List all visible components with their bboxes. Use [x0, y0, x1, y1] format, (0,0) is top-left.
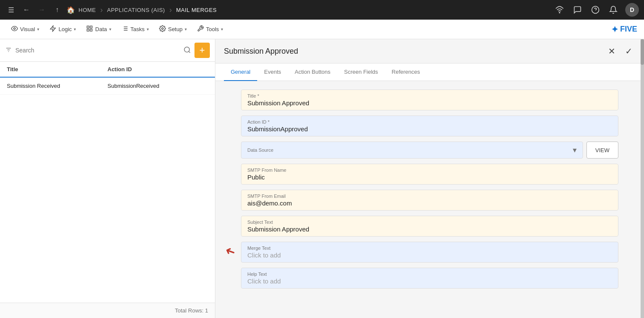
tab-general[interactable]: General — [224, 64, 257, 81]
nav-data-label: Data — [95, 26, 107, 32]
nav-tasks-label: Tasks — [131, 26, 145, 32]
subject-text-field-group: Subject Text Submission Approved — [241, 216, 618, 237]
back-icon[interactable]: ← — [20, 4, 32, 16]
search-icon[interactable] — [183, 46, 191, 55]
help-text-value: Click to add — [247, 278, 612, 285]
visual-arrow: ▾ — [37, 27, 39, 32]
smtp-email-field-group: SMTP From Email ais@demo.com — [241, 190, 618, 211]
search-input[interactable] — [15, 47, 180, 54]
save-button[interactable]: ✓ — [622, 44, 635, 58]
table-header: Title Action ID — [0, 62, 215, 78]
nav-logic[interactable]: Logic ▾ — [45, 23, 80, 36]
svg-line-20 — [189, 51, 190, 52]
main-layout: + Title Action ID Submission Received Su… — [0, 39, 644, 318]
logic-arrow: ▾ — [74, 27, 76, 32]
action-id-field-group: Action ID * SubmissionApproved — [241, 116, 618, 136]
title-field[interactable]: Title * Submission Approved — [241, 90, 618, 110]
tab-screen-fields[interactable]: Screen Fields — [337, 64, 385, 81]
action-id-label: Action ID * — [247, 119, 612, 124]
breadcrumb-current[interactable]: MAIL MERGES — [176, 7, 217, 13]
table-footer: Total Rows: 1 — [0, 303, 215, 318]
tab-references[interactable]: References — [385, 64, 426, 81]
svg-rect-5 — [87, 26, 89, 28]
search-bar: + — [0, 39, 215, 62]
tab-action-buttons[interactable]: Action Buttons — [288, 64, 337, 81]
smtp-name-field[interactable]: SMTP From Name Public — [241, 164, 618, 185]
separator-1: › — [100, 6, 103, 14]
filter-icon — [5, 46, 12, 55]
home-icon: 🏠 — [67, 6, 75, 14]
svg-point-15 — [162, 28, 163, 29]
smtp-name-label: SMTP From Name — [247, 168, 612, 173]
subject-text-field[interactable]: Subject Text Submission Approved — [241, 216, 618, 237]
help-text-field[interactable]: Help Text Click to add — [241, 268, 618, 289]
smtp-email-label: SMTP From Email — [247, 194, 612, 199]
svg-rect-6 — [90, 26, 93, 28]
form-title: Submission Approved — [224, 47, 605, 56]
svg-marker-4 — [50, 26, 55, 31]
tasks-icon — [122, 25, 128, 34]
right-panel: Submission Approved ✕ ✓ General Events A… — [215, 39, 644, 318]
up-icon[interactable]: ↑ — [51, 4, 63, 16]
total-rows-label: Total Rows: 1 — [175, 307, 208, 314]
setup-arrow: ▾ — [185, 27, 187, 32]
nav-data[interactable]: Data ▾ — [82, 23, 115, 36]
red-arrow-icon: ➜ — [223, 243, 238, 260]
tabs-bar: General Events Action Buttons Screen Fie… — [215, 64, 644, 81]
data-source-row: Data Source ▾ VIEW — [241, 142, 618, 159]
breadcrumb-home[interactable]: HOME — [78, 7, 96, 13]
forward-icon[interactable]: → — [36, 4, 48, 16]
subject-text-value: Submission Approved — [247, 225, 612, 233]
cell-action-id: SubmissionReceived — [107, 83, 208, 89]
separator-2: › — [169, 6, 172, 14]
left-panel: + Title Action ID Submission Received Su… — [0, 39, 215, 318]
form-header: Submission Approved ✕ ✓ — [215, 39, 644, 64]
smtp-name-value: Public — [247, 173, 612, 181]
merge-text-container: ➜ Merge Text Click to add — [241, 242, 618, 263]
tools-arrow: ▾ — [221, 27, 223, 32]
nav-visual[interactable]: Visual ▾ — [7, 23, 44, 36]
data-source-label: Data Source — [247, 147, 273, 153]
nav-tasks[interactable]: Tasks ▾ — [117, 23, 153, 36]
wifi-icon[interactable] — [554, 4, 566, 16]
nav-logic-label: Logic — [58, 26, 72, 32]
svg-rect-8 — [87, 29, 89, 31]
add-button[interactable]: + — [194, 43, 210, 58]
chat-icon[interactable] — [571, 4, 583, 16]
view-button[interactable]: VIEW — [586, 142, 618, 159]
form-header-actions: ✕ ✓ — [605, 44, 635, 58]
five-logo-text: FIVE — [620, 25, 637, 34]
nav-setup[interactable]: Setup ▾ — [155, 23, 191, 36]
menu-icon[interactable]: ☰ — [5, 4, 17, 16]
data-arrow: ▾ — [109, 27, 111, 32]
merge-text-label: Merge Text — [247, 246, 612, 251]
second-nav: Visual ▾ Logic ▾ Data ▾ Tasks ▾ Setup ▾ … — [0, 20, 644, 39]
action-id-field[interactable]: Action ID * SubmissionApproved — [241, 116, 618, 136]
title-field-group: Title * Submission Approved — [241, 90, 618, 110]
svg-point-3 — [14, 28, 15, 29]
data-source-field[interactable]: Data Source ▾ — [241, 142, 583, 159]
breadcrumb-apps[interactable]: APPLICATIONS (AIS) — [107, 7, 165, 13]
data-icon — [86, 25, 93, 34]
merge-text-field[interactable]: Merge Text Click to add — [241, 242, 618, 263]
svg-point-0 — [559, 12, 560, 13]
five-logo: ✦ FIVE — [611, 24, 637, 35]
col-action-header: Action ID — [107, 66, 208, 72]
avatar[interactable]: D — [625, 3, 639, 17]
table-row[interactable]: Submission Received SubmissionReceived — [0, 78, 215, 95]
smtp-email-value: ais@demo.com — [247, 199, 612, 207]
bell-icon[interactable] — [607, 4, 619, 16]
tab-events[interactable]: Events — [257, 64, 288, 81]
form-content: Title * Submission Approved Action ID * … — [215, 81, 644, 318]
nav-tools[interactable]: Tools ▾ — [193, 23, 227, 36]
nav-tools-label: Tools — [206, 26, 219, 32]
merge-text-value: Click to add — [247, 252, 612, 259]
smtp-name-field-group: SMTP From Name Public — [241, 164, 618, 185]
help-icon[interactable] — [589, 4, 601, 16]
help-text-label: Help Text — [247, 272, 612, 277]
five-logo-icon: ✦ — [611, 24, 618, 35]
col-title-header: Title — [7, 66, 107, 72]
close-button[interactable]: ✕ — [605, 44, 618, 58]
nav-visual-label: Visual — [20, 26, 35, 32]
smtp-email-field[interactable]: SMTP From Email ais@demo.com — [241, 190, 618, 211]
